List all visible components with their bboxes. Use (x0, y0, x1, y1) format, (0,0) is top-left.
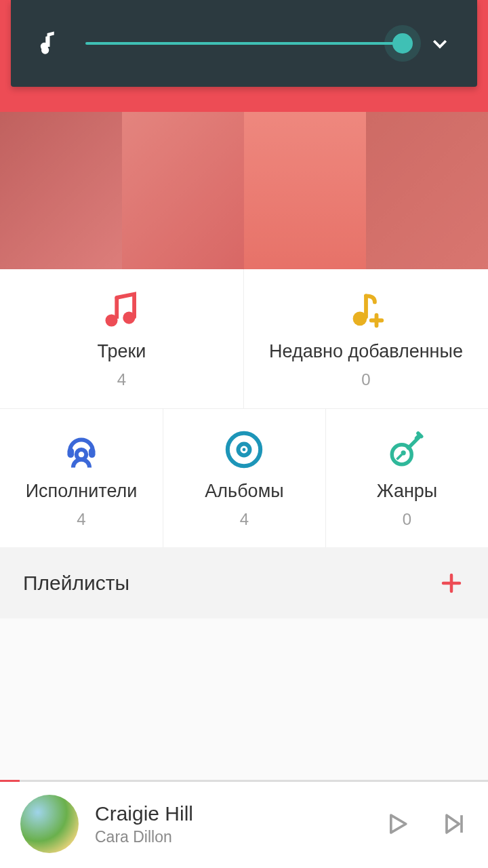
now-playing-bar[interactable]: Craigie Hill Cara Dillon (0, 780, 488, 868)
tile-label: Треки (98, 341, 146, 362)
tile-count: 0 (361, 370, 370, 389)
svg-point-2 (123, 312, 135, 324)
tile-label: Исполнители (26, 481, 138, 502)
category-grid: Треки 4 Недавно добавленные 0 (0, 269, 488, 547)
playlists-section-header: Плейлисты (0, 547, 488, 618)
tile-tracks[interactable]: Треки 4 (0, 269, 244, 408)
svg-point-3 (353, 312, 367, 326)
guitar-icon (387, 428, 426, 471)
headphones-user-icon (62, 428, 101, 471)
now-playing-artist: Cara Dillon (95, 828, 361, 846)
svg-rect-5 (89, 448, 96, 458)
collage-tile (244, 112, 366, 269)
playlists-title: Плейлисты (23, 572, 129, 595)
svg-point-1 (105, 314, 117, 326)
playlists-empty-area (0, 618, 488, 780)
volume-overlay (11, 0, 477, 87)
next-track-button[interactable] (434, 804, 474, 844)
collage-tile (366, 112, 488, 269)
now-playing-title: Craigie Hill (95, 802, 361, 825)
volume-thumb[interactable] (392, 33, 413, 54)
collapse-button[interactable] (423, 33, 457, 54)
library-header-collage (0, 112, 488, 269)
collage-tile (122, 112, 244, 269)
collage-tile (0, 112, 122, 269)
svg-point-9 (243, 448, 246, 451)
add-playlist-button[interactable] (438, 570, 465, 597)
playback-progress-fill (0, 780, 20, 782)
music-note-icon (31, 31, 65, 56)
now-playing-artwork[interactable] (20, 795, 79, 853)
tile-artists[interactable]: Исполнители 4 (0, 408, 163, 547)
tile-count: 4 (240, 510, 249, 529)
tile-label: Недавно добавленные (269, 341, 463, 362)
tile-albums[interactable]: Альбомы 4 (163, 408, 325, 547)
svg-rect-4 (67, 448, 74, 458)
tile-genres[interactable]: Жанры 0 (325, 408, 488, 547)
music-plus-icon (345, 288, 387, 332)
tile-count: 4 (77, 510, 85, 529)
tile-label: Жанры (377, 481, 438, 502)
tile-recent[interactable]: Недавно добавленные 0 (244, 269, 488, 408)
svg-point-0 (41, 46, 49, 54)
now-playing-info[interactable]: Craigie Hill Cara Dillon (95, 802, 361, 846)
tile-count: 0 (403, 510, 411, 529)
play-button[interactable] (377, 804, 418, 844)
volume-slider[interactable] (85, 42, 403, 45)
tile-label: Альбомы (205, 481, 283, 502)
tile-count: 4 (117, 370, 126, 389)
playback-progress[interactable] (0, 780, 488, 782)
music-notes-icon (101, 288, 143, 332)
disc-icon (224, 428, 264, 471)
